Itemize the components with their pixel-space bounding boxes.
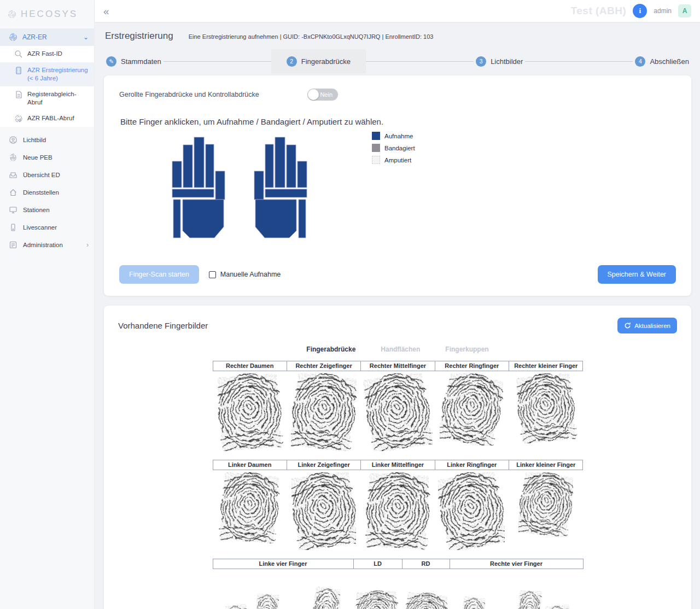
manual-capture-checkbox[interactable] xyxy=(209,271,216,278)
sidebar-item-stationen[interactable]: Stationen xyxy=(0,201,94,219)
fingerprint-logo-icon xyxy=(8,10,16,19)
fingerprint-thumbnail-rechte-vier-finger[interactable] xyxy=(450,571,583,609)
step-number: 4 xyxy=(635,56,645,67)
fingerprint-info-icon xyxy=(14,114,23,123)
step-abschliessen[interactable]: 4 Abschließen xyxy=(633,49,691,73)
sidebar-item-dienststellen[interactable]: Dienststellen xyxy=(0,184,94,201)
finger-select-instruction: Bitte Finger anklicken, um Aufnahme / Ba… xyxy=(120,117,676,126)
column-header: Rechter Daumen xyxy=(213,361,287,371)
sidebar-item-azr-fabl[interactable]: AZR FABL-Abruf xyxy=(0,110,94,127)
column-header: Linker Zeigefinger xyxy=(287,460,361,470)
finger-scan-button[interactable]: Finger-Scan starten xyxy=(119,265,199,284)
fingerprint-table: Rechter Daumen Rechter Zeigefinger Recht… xyxy=(213,361,583,609)
sidebar-item-label: AZR Fast-ID xyxy=(27,50,62,58)
step-fingerabdruecke[interactable]: 2 Fingerabdrücke xyxy=(271,49,366,73)
fingerprint-thumbnail-linke-vier-finger[interactable] xyxy=(213,571,353,609)
rolled-prints-label: Gerollte Fingerabdrücke und Kontrollabdr… xyxy=(119,91,307,98)
sidebar-submenu: AZR Fast-ID AZR Erstregistrierung (< 6 J… xyxy=(0,46,94,127)
column-header: Linker kleiner Finger xyxy=(509,460,583,470)
fingerprint-thumbnail-linker-ringfinger[interactable] xyxy=(435,472,509,553)
legend-aufnahme-swatch xyxy=(372,132,380,140)
home-icon xyxy=(9,188,18,197)
fingerprint-thumbnail-rechter-zeigefinger[interactable] xyxy=(287,373,360,454)
fingerprint-thumbnail-rechter-mittelfinger[interactable] xyxy=(360,373,434,454)
scanner-device-icon xyxy=(9,223,18,232)
sidebar-item-label: AZR FABL-Abruf xyxy=(27,114,74,122)
column-header: RD xyxy=(402,559,450,569)
manual-capture-label: Manuelle Aufnahme xyxy=(220,271,281,278)
inbox-icon xyxy=(9,171,18,179)
sidebar-item-label: AZR Erstregistrierung (< 6 Jahre) xyxy=(27,66,91,83)
workstation-label: Test (ABH) xyxy=(571,5,627,17)
search-fingerprint-icon xyxy=(14,50,23,58)
sidebar: HECOSYS AZR-ER ⌄ AZR Fast-ID xyxy=(0,0,95,609)
column-header: Rechter Zeigefinger xyxy=(287,361,361,371)
sidebar-item-label: Registerabgleich-Abruf xyxy=(27,90,91,107)
legend-label: Aufnahme xyxy=(384,133,413,139)
sidebar-item-label: Stationen xyxy=(23,207,50,213)
left-hand-diagram xyxy=(172,137,225,238)
legend-label: Amputiert xyxy=(384,157,411,163)
fingerprint-thumbnail-linker-zeigefinger[interactable] xyxy=(287,472,360,553)
sidebar-item-administration[interactable]: Administration › xyxy=(0,236,94,254)
fingerprint-icon xyxy=(9,33,18,42)
column-header: Linker Ringfinger xyxy=(435,460,509,470)
gallery-tabs: Fingerabdrücke Handflächen Fingerkuppen xyxy=(118,346,677,353)
logo-text: HECOSYS xyxy=(21,9,78,20)
fingerprint-thumbnail-linker-mittelfinger[interactable] xyxy=(360,472,434,553)
app-window: HECOSYS AZR-ER ⌄ AZR Fast-ID xyxy=(0,0,700,609)
fingerprint-thumbnail-linker-daumen[interactable] xyxy=(213,472,287,553)
sidebar-item-label: Lichtbild xyxy=(23,137,46,143)
legend-amputiert-swatch xyxy=(372,156,380,164)
tab-fingerkuppen[interactable]: Fingerkuppen xyxy=(445,346,488,353)
sidebar-item-label: Neue PEB xyxy=(23,154,52,161)
fingerprint-thumbnail-rechter-daumen[interactable] xyxy=(213,373,287,454)
refresh-button[interactable]: Aktualisieren xyxy=(617,318,677,333)
step-stammdaten[interactable]: ✎ Stammdaten xyxy=(104,49,164,73)
rolled-prints-toggle[interactable]: Nein xyxy=(307,89,338,101)
sidebar-item-registerabgleich[interactable]: Registerabgleich-Abruf xyxy=(0,86,94,110)
fingerprint-thumbnail-rechter-kleiner-finger[interactable] xyxy=(509,373,582,454)
sidebar-item-azr-er[interactable]: AZR-ER ⌄ xyxy=(0,28,94,46)
portrait-icon xyxy=(9,136,18,144)
save-and-continue-button[interactable]: Speichern & Weiter xyxy=(598,265,676,284)
building-keypad-icon xyxy=(14,66,23,75)
fingerprint-thumbnail-rechter-ringfinger[interactable] xyxy=(435,373,509,454)
fingerprint-thumbnail-ld[interactable] xyxy=(353,571,402,609)
sidebar-item-label: Dienststellen xyxy=(23,189,59,196)
document-icon xyxy=(14,90,23,99)
right-hand-diagram xyxy=(254,137,307,238)
page-subtitle: Eine Erstregistrierung aufnehmen | GUID:… xyxy=(189,33,434,40)
sidebar-collapse-icon[interactable]: « xyxy=(103,6,109,16)
tab-fingerabdruecke[interactable]: Fingerabdrücke xyxy=(306,346,355,353)
chevron-right-icon: › xyxy=(86,241,89,249)
page-title: Erstregistrierung xyxy=(105,31,173,42)
fingerprint-thumbnail-linker-kleiner-finger[interactable] xyxy=(509,472,582,553)
avatar[interactable]: A xyxy=(678,4,691,17)
content-area: Erstregistrierung Eine Erstregistrierung… xyxy=(95,22,700,609)
sidebar-item-azr-erstregistrierung[interactable]: AZR Erstregistrierung (< 6 Jahre) xyxy=(0,62,94,86)
step-number: 2 xyxy=(287,56,297,67)
column-header: Rechter Ringfinger xyxy=(435,361,509,371)
manual-capture-option[interactable]: Manuelle Aufnahme xyxy=(209,271,281,278)
top-bar: « Test (ABH) i admin A xyxy=(95,0,700,22)
monitor-icon xyxy=(9,206,18,214)
user-name: admin xyxy=(654,7,672,15)
legend-label: Bandagiert xyxy=(384,145,415,151)
sidebar-item-neue-peb[interactable]: Neue PEB xyxy=(0,149,94,166)
sidebar-item-uebersicht-ed[interactable]: Übersicht ED xyxy=(0,166,94,184)
sidebar-item-azr-fast-id[interactable]: AZR Fast-ID xyxy=(0,46,94,62)
chevron-down-icon: ⌄ xyxy=(83,33,89,41)
finger-capture-card: Gerollte Fingerabdrücke und Kontrollabdr… xyxy=(104,75,691,296)
hand-diagram[interactable] xyxy=(170,136,307,240)
sidebar-item-label: Administration xyxy=(23,242,81,248)
info-icon[interactable]: i xyxy=(633,4,647,18)
fingerprint-icon xyxy=(9,153,18,162)
sidebar-item-lichtbild[interactable]: Lichtbild xyxy=(0,131,94,149)
gallery-title: Vorhandene Fingerbilder xyxy=(118,321,208,330)
step-lichtbilder[interactable]: 3 Lichtbilder xyxy=(474,49,525,73)
tab-handflaechen[interactable]: Handflächen xyxy=(381,346,420,353)
settings-list-icon xyxy=(9,241,18,249)
sidebar-item-livescanner[interactable]: Livescanner xyxy=(0,219,94,236)
fingerprint-thumbnail-rd[interactable] xyxy=(402,571,450,609)
